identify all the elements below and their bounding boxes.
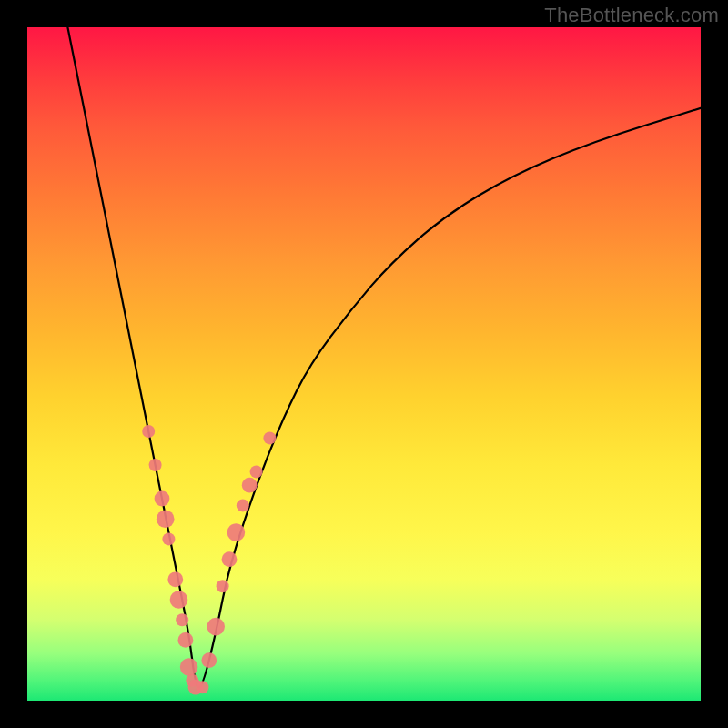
data-point [217, 580, 229, 592]
chart-plot-area [27, 27, 701, 701]
data-point [196, 681, 208, 693]
data-point [178, 632, 194, 648]
highlight-points [142, 425, 276, 695]
data-point [180, 658, 198, 676]
data-point [157, 510, 175, 528]
data-point [167, 571, 183, 587]
bottleneck-curve [67, 27, 701, 687]
data-point [228, 523, 246, 541]
data-point [155, 491, 170, 507]
data-point [250, 465, 263, 478]
data-point [207, 618, 225, 636]
watermark-text: TheBottleneck.com [544, 4, 719, 27]
chart-svg [27, 27, 701, 701]
data-point [222, 551, 238, 567]
data-point [242, 478, 258, 493]
chart-frame: TheBottleneck.com [0, 0, 728, 728]
data-point [170, 591, 188, 609]
data-point [142, 425, 155, 438]
data-point [149, 459, 162, 471]
data-point [237, 499, 249, 511]
data-point [263, 431, 276, 444]
data-point [176, 613, 188, 626]
data-point [162, 532, 175, 545]
data-point [201, 652, 217, 668]
